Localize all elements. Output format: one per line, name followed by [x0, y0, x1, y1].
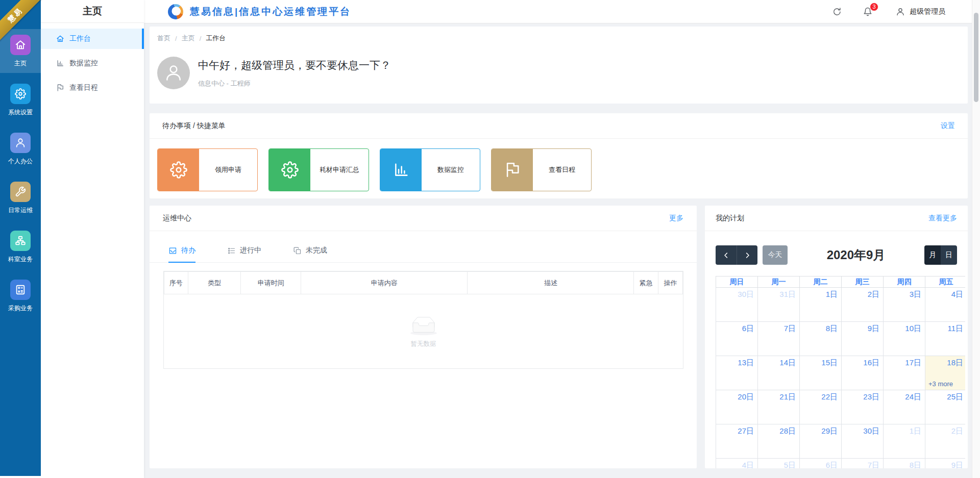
sidebar-item-dept-business[interactable]: 科室业务 — [0, 225, 41, 269]
quick-card-consumables-summary[interactable]: 耗材申请汇总 — [268, 148, 369, 191]
calendar-day-cell[interactable]: 22日 — [800, 390, 842, 424]
calendar-day-cell[interactable]: 7日 — [758, 322, 800, 356]
calendar-day-cell[interactable]: 9日 — [842, 322, 884, 356]
calendar-day-cell[interactable]: 27日 — [716, 424, 758, 459]
calendar-day-cell[interactable]: 4日 — [716, 459, 758, 469]
view-more-link[interactable]: 查看更多 — [928, 214, 957, 223]
quick-card-schedule[interactable]: 查看日程 — [491, 148, 592, 191]
calendar-day-cell[interactable]: 14日 — [758, 356, 800, 390]
inbox-icon — [168, 246, 177, 255]
calendar-day-cell[interactable]: 3日 — [884, 288, 925, 322]
gear-icon-block — [158, 149, 199, 191]
calendar-day-cell[interactable]: 28日 — [758, 424, 800, 459]
today-button[interactable]: 今天 — [763, 245, 788, 265]
day-view-button[interactable]: 日 — [941, 245, 957, 265]
settings-link[interactable]: 设置 — [941, 121, 955, 131]
user-menu[interactable]: 超级管理员 — [896, 7, 945, 16]
calendar-day-number: 15日 — [803, 358, 838, 368]
calendar-day-number: 29日 — [803, 426, 838, 436]
chart-icon — [393, 161, 410, 179]
menu-item-data-monitor[interactable]: 数据监控 — [41, 53, 144, 73]
sidebar-item-purchase-business[interactable]: 采购业务 — [0, 274, 41, 318]
quick-card-label: 查看日程 — [533, 149, 591, 191]
notifications-button[interactable]: 3 — [863, 7, 872, 16]
calendar-day-cell[interactable]: 6日 — [800, 459, 842, 469]
calendar-day-cell[interactable]: 1日 — [884, 424, 925, 459]
menu-item-label: 工作台 — [69, 34, 91, 43]
calendar-day-cell[interactable]: 25日 — [925, 390, 966, 424]
calendar-day-cell[interactable]: 7日 — [842, 459, 884, 469]
refresh-button[interactable] — [832, 7, 842, 16]
calendar-day-cell[interactable]: 1日 — [800, 288, 842, 322]
calendar-day-cell[interactable]: 15日 — [800, 356, 842, 390]
secondary-sidebar-title: 主页 — [41, 0, 144, 23]
tab-todo[interactable]: 待办 — [168, 245, 195, 262]
sidebar-item-daily-ops[interactable]: 日常运维 — [0, 176, 41, 220]
calendar-day-cell[interactable]: 18日 +3 more — [925, 356, 966, 390]
calendar-day-number: 27日 — [719, 426, 754, 436]
calendar-day-cell[interactable]: 17日 — [884, 356, 925, 390]
calendar-day-cell[interactable]: 2日 — [925, 424, 966, 459]
calendar-day-number: 6日 — [719, 324, 754, 334]
calendar-day-cell[interactable]: 6日 — [716, 322, 758, 356]
more-link[interactable]: 更多 — [669, 214, 683, 223]
calendar-day-number: 24日 — [887, 392, 921, 402]
calendar-more-link[interactable]: +3 more — [928, 380, 963, 388]
calendar-day-cell[interactable]: 4日 — [925, 288, 966, 322]
calendar-day-cell[interactable]: 31日 — [758, 288, 800, 322]
calendar-day-cell[interactable]: 5日 — [758, 459, 800, 469]
avatar — [157, 57, 190, 89]
calendar-day-cell[interactable]: 21日 — [758, 390, 800, 424]
calendar-day-cell[interactable]: 30日 — [716, 288, 758, 322]
calendar-day-cell[interactable]: 13日 — [716, 356, 758, 390]
breadcrumb-main[interactable]: 主页 — [182, 34, 195, 43]
calendar-day-cell[interactable]: 8日 — [884, 459, 925, 469]
tab-in-progress[interactable]: 进行中 — [227, 245, 261, 262]
sidebar-item-personal-office[interactable]: 个人办公 — [0, 127, 41, 171]
sidebar-item-label: 科室业务 — [8, 255, 33, 264]
calendar-day-cell[interactable]: 24日 — [884, 390, 925, 424]
calendar-day-number: 8日 — [803, 324, 838, 334]
calendar-day-number: 2日 — [928, 426, 963, 436]
calendar-day-number: 23日 — [845, 392, 879, 402]
breadcrumb-home[interactable]: 首页 — [157, 34, 170, 43]
menu-item-schedule[interactable]: 查看日程 — [41, 78, 144, 98]
quick-card-label: 数据监控 — [422, 149, 480, 191]
sidebar-item-label: 个人办公 — [8, 157, 33, 166]
calendar-day-cell[interactable]: 29日 — [800, 424, 842, 459]
org-icon-tile — [10, 231, 31, 251]
chevron-left-icon — [722, 251, 730, 259]
menu-item-workbench[interactable]: 工作台 — [41, 29, 144, 49]
calendar-day-number: 28日 — [761, 426, 796, 436]
secondary-sidebar: 主页 工作台 数据监控 查看日程 — [41, 0, 144, 478]
sidebar-item-home[interactable]: 主页 — [0, 29, 41, 73]
calendar-day-cell[interactable]: 20日 — [716, 390, 758, 424]
sidebar-item-system-settings[interactable]: 系统设置 — [0, 78, 41, 122]
brand-logo-icon — [168, 4, 183, 19]
quick-cards: 领用申请 耗材申请汇总 数据监控 查看日程 — [150, 139, 968, 191]
calendar-weekday: 周二 — [800, 276, 842, 288]
calendar-month-label: 2020年9月 — [788, 247, 924, 263]
calendar-day-cell[interactable]: 30日 — [842, 424, 884, 459]
calendar-day-number: 30日 — [719, 290, 754, 299]
quick-card-data-monitor[interactable]: 数据监控 — [380, 148, 480, 191]
prev-month-button[interactable] — [716, 245, 737, 265]
empty-inbox-icon — [407, 315, 440, 336]
calendar-day-cell[interactable]: 8日 — [800, 322, 842, 356]
tab-unfinished[interactable]: 未完成 — [293, 245, 327, 262]
calendar-day-cell[interactable]: 10日 — [884, 322, 925, 356]
top-header: 慧易信息|信息中心运维管理平台 3 超级管理员 — [144, 0, 972, 23]
calendar-day-cell[interactable]: 16日 — [842, 356, 884, 390]
greeting-panel: 首页 / 主页 / 工作台 中午好，超级管理员，要不要休息一下？ 信息中心 - … — [150, 27, 968, 104]
wrench-icon — [15, 186, 26, 197]
calendar-day-cell[interactable]: 11日 — [925, 322, 966, 356]
vertical-scrollbar[interactable] — [972, 0, 980, 478]
month-view-button[interactable]: 月 — [924, 245, 941, 265]
calendar-day-cell[interactable]: 9日 — [925, 459, 966, 469]
calendar-day-cell[interactable]: 23日 — [842, 390, 884, 424]
ops-table-header-row: 序号类型申请时间申请内容描述紧急操作 — [164, 272, 683, 294]
quick-card-requisition[interactable]: 领用申请 — [157, 148, 258, 191]
next-month-button[interactable] — [737, 245, 757, 265]
calendar-day-cell[interactable]: 2日 — [842, 288, 884, 322]
scrollbar-thumb[interactable] — [974, 13, 978, 102]
